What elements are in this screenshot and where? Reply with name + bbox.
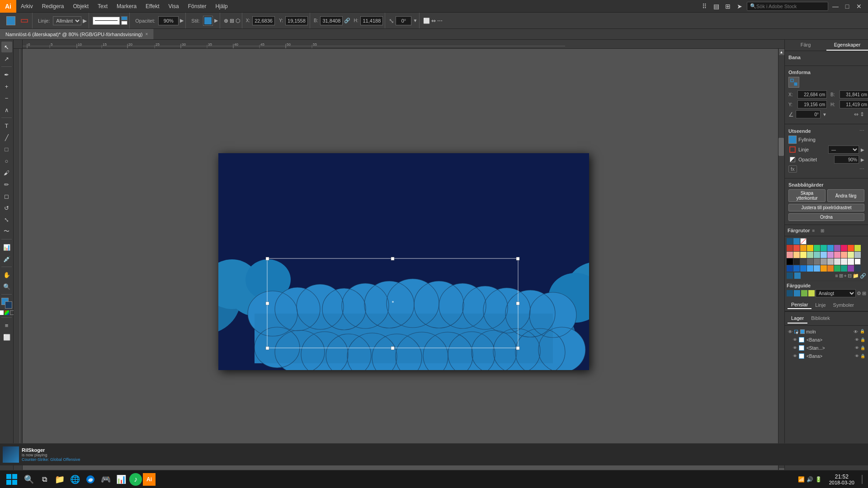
direct-select-tool[interactable]: ↗ — [1, 53, 12, 64]
swatch-nearlwhite[interactable] — [848, 258, 854, 265]
delete-anchor-tool[interactable]: − — [1, 93, 12, 103]
swatch-lightgrey2[interactable] — [834, 258, 840, 265]
link-proportions[interactable]: 🔗 — [344, 18, 350, 23]
fargguide-swatch3[interactable] — [801, 290, 807, 296]
gradient-swatch[interactable] — [5, 310, 9, 315]
menu-arkiv[interactable]: Arkiv — [16, 0, 38, 12]
x-input[interactable]: 22,6836 cm — [252, 16, 275, 25]
swatch-bluegrey[interactable] — [854, 252, 861, 258]
swatch-grey1[interactable] — [807, 258, 813, 265]
swatch-medblue[interactable] — [807, 265, 813, 272]
swatch-white2[interactable] — [854, 258, 861, 265]
layer-lock2[interactable]: 🔒 — [860, 338, 865, 342]
layer-visibility-toggle[interactable]: 👁 — [853, 329, 859, 334]
warp-tool[interactable]: 〜 — [1, 226, 12, 237]
taskbar-spotify[interactable]: ♪ — [129, 473, 142, 486]
fargrutor-grid-icon[interactable]: ⊞ — [819, 227, 826, 234]
opacitet-input[interactable]: 90% — [834, 155, 859, 164]
stroke-toggle[interactable] — [121, 16, 127, 25]
swatch-grey2[interactable] — [814, 258, 820, 265]
swatch-salmon[interactable] — [841, 252, 847, 258]
notification-area[interactable] — [859, 472, 865, 487]
layer-lock4[interactable]: 🔒 — [860, 354, 865, 358]
prop-angle-input[interactable] — [796, 110, 821, 118]
swatch-lightteal[interactable] — [814, 252, 820, 258]
minimize-icon[interactable]: — — [831, 2, 840, 11]
layer-bana1[interactable]: 👁 <Bana> 👁 🔒 — [785, 336, 868, 344]
select-tool[interactable]: ↖ — [1, 42, 12, 52]
style-swatch[interactable] — [203, 16, 213, 26]
y-input[interactable]: 19,1558 cm — [285, 16, 308, 25]
layer-arrow-moln[interactable]: ▼ — [794, 330, 798, 333]
swatch-darkteal[interactable] — [841, 265, 847, 272]
fargrutor-color2[interactable] — [794, 272, 801, 279]
taskbar-edge[interactable] — [83, 472, 98, 487]
swatch-deeporange[interactable] — [848, 245, 854, 251]
linje-prop-select[interactable]: — — [828, 145, 859, 154]
swatch-white[interactable] — [800, 238, 807, 244]
fx-label[interactable]: fx — [788, 165, 797, 173]
opacity-input[interactable]: 90% — [158, 16, 179, 25]
fill-stroke-swatch[interactable] — [1, 298, 12, 309]
h-input[interactable]: 11,4188 cm — [360, 16, 383, 25]
swatch-darkorange[interactable] — [821, 265, 827, 272]
swatch-lightblue[interactable] — [821, 252, 827, 258]
taskbar-search[interactable]: 🔍 — [22, 472, 36, 487]
eyedropper-tool[interactable]: 💉 — [1, 253, 12, 264]
prop-y-input[interactable]: 19,156 cm — [797, 100, 827, 108]
opacity-arrow[interactable]: ▶ — [180, 18, 184, 23]
swatch-blue1[interactable] — [787, 238, 793, 244]
menu-redigera[interactable]: Redigera — [38, 0, 69, 12]
menu-markera[interactable]: Markera — [112, 0, 141, 12]
align-icon[interactable]: ⊕ — [224, 18, 228, 24]
layer-vis2[interactable]: 👁 — [855, 338, 859, 342]
btn-justera[interactable]: Justera till pixelrödrastret — [788, 204, 864, 211]
swatch-action3[interactable]: + — [844, 273, 847, 279]
btn-skapa[interactable]: Skapa ytterkontur — [788, 189, 826, 202]
zoom-tool[interactable]: 🔍 — [1, 281, 12, 292]
swatch-darkpurple[interactable] — [848, 265, 854, 272]
maximize-icon[interactable]: □ — [843, 2, 852, 11]
prop-h-input[interactable]: 11,419 cm — [840, 100, 868, 108]
pensar-tab[interactable]: Penslar — [788, 301, 811, 309]
swatch-blue5[interactable] — [800, 265, 807, 272]
omforma-icon1[interactable] — [788, 77, 799, 88]
eraser-tool[interactable]: ◻ — [1, 191, 12, 202]
toolbar-stroke-icon[interactable] — [19, 16, 30, 26]
swatch-green[interactable] — [814, 245, 820, 251]
menu-objekt[interactable]: Objekt — [68, 0, 93, 12]
close-icon[interactable]: ✕ — [854, 2, 863, 11]
active-tab[interactable]: Namnlöst-6 (återskapat)* @ 80% (RGB/GPU-… — [0, 29, 154, 39]
swatch-lightgreen[interactable] — [807, 252, 813, 258]
transform2-icon[interactable]: ⬜ — [423, 18, 430, 24]
layer-vis-stan[interactable]: 👁 — [792, 345, 797, 351]
b-input[interactable]: 31,8408 cm — [320, 16, 343, 25]
tab-egenskaper[interactable]: Egenskaper — [826, 40, 868, 51]
swatch-action5[interactable]: 📁 — [853, 273, 859, 279]
swatch-darkgreen[interactable] — [834, 265, 840, 272]
taskbar-app1[interactable]: 🎮 — [99, 472, 113, 487]
rect-tool[interactable]: □ — [1, 144, 12, 155]
layer-moln[interactable]: 👁 ▼ moln 👁 🔒 — [785, 328, 868, 336]
vscrollbar[interactable]: ▲ ▼ — [778, 49, 784, 474]
swatch-action2[interactable]: ⊞ — [839, 273, 843, 279]
symboler-tab[interactable]: Symboler — [830, 301, 858, 309]
prop-x-input[interactable]: 22,684 cm — [797, 90, 827, 99]
layer-vis-moln[interactable]: 👁 — [788, 329, 793, 334]
taskbar-clock[interactable]: 21:52 2018-03-20 — [826, 474, 858, 485]
pen-tool[interactable]: ✒ — [1, 69, 12, 80]
swatch-action4[interactable]: ⊟ — [848, 273, 852, 279]
paintbrush-tool[interactable]: 🖌 — [1, 167, 12, 178]
angle-dropdown[interactable]: ▼ — [822, 112, 827, 117]
taskbar-taskview[interactable]: ⧉ — [37, 472, 52, 487]
layer-lock3[interactable]: 🔒 — [860, 346, 865, 350]
layer-bana2[interactable]: 👁 <Bana> 👁 🔒 — [785, 352, 868, 360]
swatch-lightred[interactable] — [787, 252, 793, 258]
menu-fonster[interactable]: Fönster — [184, 0, 211, 12]
anchor-convert-tool[interactable]: ∧ — [1, 104, 12, 115]
arrange-icon[interactable]: ⠿ — [700, 2, 709, 11]
scroll-up[interactable]: ▲ — [779, 49, 784, 55]
flip-h-icon[interactable]: ⇔ — [854, 111, 859, 117]
artboard[interactable] — [218, 153, 589, 370]
grid-icon[interactable]: ⊞ — [230, 18, 234, 24]
